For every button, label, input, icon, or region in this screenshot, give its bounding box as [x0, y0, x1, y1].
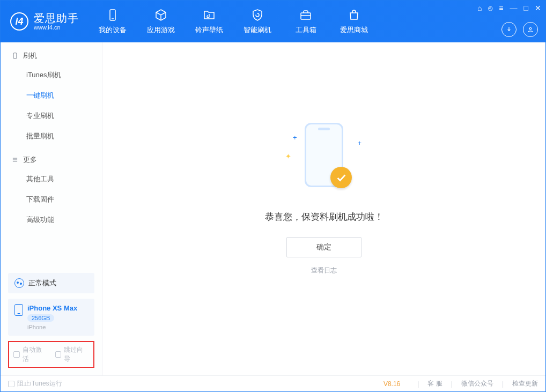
device-type: iPhone	[27, 324, 77, 330]
minimize-icon[interactable]: —	[510, 4, 518, 12]
sidebar-bottom: 正常模式 iPhone XS Max 256GB iPhone 自动激活	[1, 268, 102, 375]
window-controls: ⌂ ⎋ ≡ — □ ✕	[477, 4, 541, 12]
app-window: i4 爱思助手 www.i4.cn 我的设备 应用游戏	[0, 0, 546, 392]
statusbar-left: 阻止iTunes运行	[8, 379, 62, 388]
tab-toolbox[interactable]: 工具箱	[282, 1, 330, 42]
tab-flash[interactable]: 智能刷机	[233, 1, 282, 42]
tab-label: 智能刷机	[244, 25, 271, 35]
view-log-link[interactable]: 查看日志	[311, 266, 337, 275]
svg-rect-5	[13, 53, 17, 59]
main-content: ✦ + + 恭喜您，保资料刷机成功啦！ 确定 查看日志	[102, 42, 545, 375]
logo-subtitle: www.i4.cn	[34, 24, 79, 31]
sidebar-item-batch-flash[interactable]: 批量刷机	[1, 126, 102, 146]
link-wechat[interactable]: 微信公众号	[461, 379, 493, 388]
sidebar-scroll: 刷机 iTunes刷机 一键刷机 专业刷机 批量刷机 更多 其他工具 下载固件 …	[1, 42, 102, 268]
tab-label: 爱思商城	[340, 25, 368, 35]
sidebar-item-other-tools[interactable]: 其他工具	[1, 169, 102, 189]
sparkle-icon: +	[357, 139, 361, 147]
section-title: 刷机	[23, 51, 37, 61]
device-text: iPhone XS Max 256GB iPhone	[27, 304, 77, 330]
shirt-icon[interactable]: ⌂	[477, 4, 482, 12]
link-service[interactable]: 客 服	[427, 379, 442, 388]
checkbox-label: 跳过向导	[64, 345, 89, 364]
logo-title: 爱思助手	[34, 12, 79, 24]
shield-refresh-icon	[250, 8, 264, 22]
link-update[interactable]: 检查更新	[512, 379, 538, 388]
svg-point-4	[529, 28, 532, 30]
title-right-actions	[501, 22, 538, 37]
phone-icon	[106, 8, 120, 22]
sidebar: 刷机 iTunes刷机 一键刷机 专业刷机 批量刷机 更多 其他工具 下载固件 …	[1, 42, 102, 375]
sidebar-item-pro-flash[interactable]: 专业刷机	[1, 106, 102, 126]
titlebar: i4 爱思助手 www.i4.cn 我的设备 应用游戏	[1, 1, 545, 42]
logo-icon: i4	[10, 12, 28, 31]
logo[interactable]: i4 爱思助手 www.i4.cn	[1, 1, 88, 42]
options-highlight: 自动激活 跳过向导	[8, 341, 94, 368]
checkbox-auto-activate[interactable]: 自动激活	[13, 345, 48, 364]
version-label: V8.16	[383, 380, 400, 388]
tab-my-device[interactable]: 我的设备	[88, 1, 137, 42]
section-title: 更多	[23, 155, 37, 165]
device-name: iPhone XS Max	[27, 304, 77, 312]
tab-label: 应用游戏	[147, 25, 175, 35]
close-icon[interactable]: ✕	[535, 4, 541, 12]
separator: |	[451, 380, 453, 388]
check-badge-icon	[330, 167, 352, 188]
download-button[interactable]	[501, 22, 517, 37]
mode-icon	[14, 278, 24, 288]
separator: |	[502, 380, 504, 388]
toolbox-icon	[299, 8, 313, 22]
tab-ringtones[interactable]: 铃声壁纸	[185, 1, 233, 42]
menu-icon[interactable]: ≡	[499, 4, 503, 12]
checkbox-block-itunes[interactable]: 阻止iTunes运行	[8, 379, 62, 388]
checkbox-box-icon	[55, 351, 62, 358]
logo-text: 爱思助手 www.i4.cn	[34, 12, 79, 31]
sidebar-section-flash: 刷机	[1, 42, 102, 65]
ok-button[interactable]: 确定	[286, 237, 361, 257]
phone-icon	[11, 52, 19, 60]
lock-icon[interactable]: ⎋	[488, 4, 492, 12]
music-folder-icon	[202, 8, 216, 22]
tab-apps[interactable]: 应用游戏	[137, 1, 185, 42]
cube-icon	[154, 8, 168, 22]
mode-card[interactable]: 正常模式	[8, 273, 94, 293]
bag-icon	[347, 8, 361, 22]
separator: |	[417, 380, 419, 388]
tab-label: 工具箱	[296, 25, 316, 35]
list-icon	[11, 156, 19, 164]
tab-store[interactable]: 爱思商城	[330, 1, 378, 42]
top-tabs: 我的设备 应用游戏 铃声壁纸 智能刷机	[88, 1, 378, 42]
checkbox-box-icon	[13, 351, 20, 358]
sparkle-icon: +	[293, 134, 297, 142]
mode-label: 正常模式	[28, 278, 56, 288]
success-message: 恭喜您，保资料刷机成功啦！	[265, 211, 383, 223]
tab-label: 铃声壁纸	[195, 25, 223, 35]
sidebar-item-advanced[interactable]: 高级功能	[1, 210, 102, 230]
success-illustration: ✦ + +	[281, 123, 367, 198]
maximize-icon[interactable]: □	[524, 4, 528, 12]
user-button[interactable]	[523, 22, 538, 37]
checkbox-label: 自动激活	[23, 345, 48, 364]
sparkle-icon: ✦	[285, 152, 291, 160]
sidebar-section-more: 更多	[1, 146, 102, 169]
body: 刷机 iTunes刷机 一键刷机 专业刷机 批量刷机 更多 其他工具 下载固件 …	[1, 42, 545, 375]
checkbox-box-icon	[8, 381, 14, 387]
device-card[interactable]: iPhone XS Max 256GB iPhone	[8, 299, 94, 336]
sidebar-item-onekey-flash[interactable]: 一键刷机	[1, 85, 102, 106]
sidebar-item-download-fw[interactable]: 下载固件	[1, 189, 102, 210]
phone-icon	[14, 304, 23, 316]
svg-rect-2	[301, 13, 311, 19]
device-capacity: 256GB	[27, 314, 54, 322]
sidebar-item-itunes-flash[interactable]: iTunes刷机	[1, 65, 102, 85]
tab-label: 我的设备	[99, 25, 127, 35]
checkbox-label: 阻止iTunes运行	[17, 379, 62, 388]
statusbar: 阻止iTunes运行 V8.16 | 客 服 | 微信公众号 | 检查更新	[1, 375, 545, 391]
checkbox-skip-guide[interactable]: 跳过向导	[55, 345, 90, 364]
